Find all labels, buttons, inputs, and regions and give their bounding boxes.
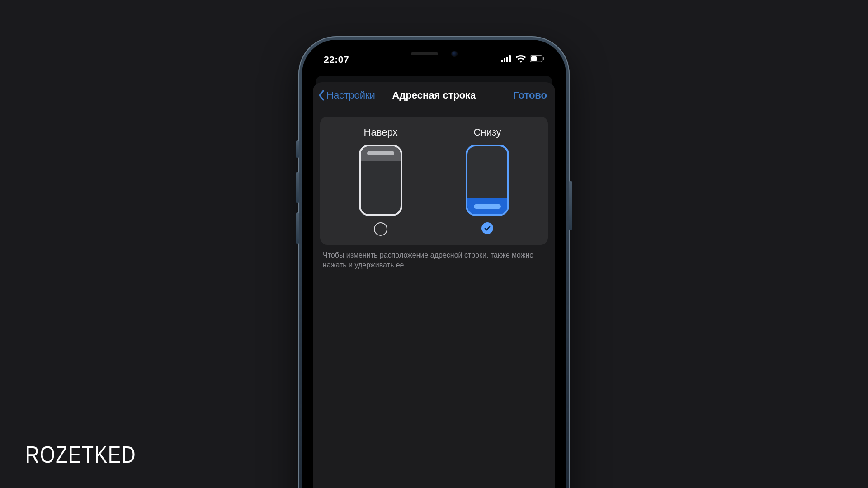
svg-point-4 [520,61,522,62]
battery-icon [530,55,544,64]
phone-device: 22:07 [298,36,570,488]
notch [387,46,481,61]
svg-rect-7 [543,57,544,60]
chevron-left-icon [317,89,326,101]
speaker-grille [411,52,438,55]
power-button [569,181,572,230]
status-right [501,55,544,65]
radio-selected-icon [481,222,493,234]
address-bar-top-preview-icon [359,145,402,216]
svg-rect-6 [531,56,537,61]
back-label: Настройки [326,89,375,101]
address-bar-bottom-preview-icon [466,145,509,216]
done-button[interactable]: Готово [513,89,547,101]
front-camera [452,51,457,56]
mute-switch [296,140,299,158]
watermark-logo: ROZETKED [25,441,136,468]
sheet-title: Адресная строка [392,89,476,101]
settings-sheet: Настройки Адресная строка Готово Наверх … [313,82,555,488]
svg-rect-2 [506,57,508,62]
back-button[interactable]: Настройки [317,89,375,101]
volume-down-button [296,212,299,244]
option-top[interactable]: Наверх [327,127,434,236]
footnote-text: Чтобы изменить расположение адресной стр… [313,245,555,270]
option-top-label: Наверх [364,127,398,138]
stage: 22:07 [0,0,868,488]
option-bottom-label: Снизу [473,127,501,138]
svg-rect-3 [509,55,511,62]
wifi-icon [515,55,526,65]
phone-screen: 22:07 [308,46,560,488]
radio-unselected-icon [374,222,387,236]
phone-bezel: 22:07 [302,40,566,488]
address-bar-position-card: Наверх Снизу [320,117,548,245]
cellular-icon [501,55,512,64]
status-time: 22:07 [324,54,349,65]
option-bottom[interactable]: Снизу [434,127,541,236]
svg-rect-0 [501,60,503,62]
volume-up-button [296,172,299,203]
sheet-header: Настройки Адресная строка Готово [313,82,555,108]
svg-rect-1 [504,58,505,62]
